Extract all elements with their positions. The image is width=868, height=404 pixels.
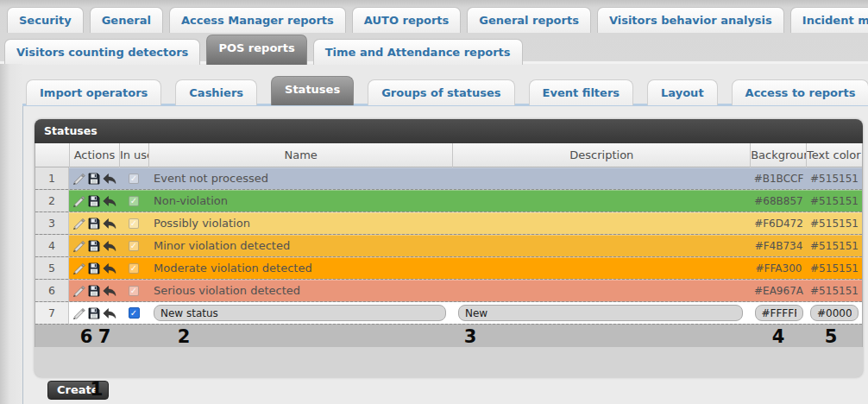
status-description	[453, 212, 751, 234]
undo-icon[interactable]	[102, 170, 117, 187]
col-header-in-use: In use	[120, 143, 149, 167]
status-name: Possibly violation	[148, 212, 453, 234]
edit-icon[interactable]	[71, 305, 86, 322]
save-icon[interactable]	[86, 170, 102, 187]
tab-access-manager-reports[interactable]: Access Manager reports	[169, 7, 346, 33]
col-header-text-color: Text color	[807, 143, 862, 167]
row-number: 3	[35, 212, 69, 234]
new-status-row: 7 ✓	[35, 302, 862, 325]
grid-empty-area	[35, 325, 862, 347]
tab-visitors-counting-detectors[interactable]: Visitors counting detectors	[4, 39, 200, 65]
pos-reports-subtabs: Import operators Cashiers Statuses Group…	[26, 76, 868, 105]
row-number: 6	[35, 280, 69, 301]
subtab-statuses[interactable]: Statuses	[271, 76, 354, 105]
actions-cell	[69, 302, 119, 324]
row-number: 4	[35, 235, 69, 256]
save-icon[interactable]	[86, 305, 102, 322]
status-description	[453, 257, 751, 279]
main-tabs-row-1: Security General Access Manager reports …	[7, 7, 868, 33]
undo-icon[interactable]	[102, 282, 117, 300]
edit-icon[interactable]	[71, 193, 86, 210]
col-header-background: Background	[751, 143, 807, 167]
actions-cell	[69, 235, 119, 256]
save-icon[interactable]	[86, 282, 102, 300]
subtab-layout[interactable]: Layout	[647, 79, 718, 105]
row-strip: ✓	[69, 302, 862, 324]
background-hex: #F4B734	[751, 235, 807, 256]
annotation-undo-icon: 7	[98, 326, 111, 347]
background-input[interactable]	[755, 305, 803, 321]
in-use-checkbox[interactable]: ✓	[129, 174, 139, 184]
statuses-table: Statuses Actions In use Name Description…	[35, 119, 863, 377]
background-hex: #F6D472	[751, 212, 807, 234]
edit-icon[interactable]	[71, 170, 86, 187]
row-strip: ✓ Moderate violation detected #FFA300 #5…	[69, 257, 862, 279]
text-color-hex: #515151	[807, 257, 862, 279]
text-color-hex: #515151	[807, 280, 862, 301]
row-number: 1	[35, 167, 69, 189]
in-use-checkbox[interactable]: ✓	[129, 307, 140, 319]
tab-auto-reports[interactable]: AUTO reports	[352, 7, 462, 33]
subtab-event-filters[interactable]: Event filters	[529, 79, 633, 105]
col-header-description: Description	[453, 143, 751, 167]
row-strip: ✓ Possibly violation #F6D472 #515151	[69, 212, 862, 234]
subtab-access-to-reports[interactable]: Access to reports	[732, 79, 868, 105]
status-name: Non-violation	[148, 190, 453, 211]
subtab-groups-of-statuses[interactable]: Groups of statuses	[368, 79, 514, 105]
tab-pos-reports[interactable]: POS reports	[206, 35, 306, 65]
in-use-checkbox[interactable]: ✓	[129, 286, 139, 296]
row-strip: ✓ Event not processed #B1BCCF #515151	[69, 167, 862, 189]
edit-icon[interactable]	[71, 237, 86, 255]
table-row: 5 ✓ Moderate violation detected #FFA300 …	[35, 257, 862, 280]
status-name: Moderate violation detected	[148, 257, 453, 279]
name-input[interactable]	[154, 305, 446, 321]
background-hex: #68B857	[751, 190, 807, 211]
status-description	[453, 190, 751, 211]
undo-icon[interactable]	[102, 305, 117, 322]
status-description	[453, 167, 751, 189]
text-color-hex: #515151	[807, 235, 862, 256]
annotation-save-icon: 6	[80, 326, 93, 347]
column-header-row: Actions In use Name Description Backgrou…	[35, 143, 862, 167]
text-color-hex: #515151	[807, 167, 862, 189]
text-color-input[interactable]	[810, 305, 859, 321]
row-number: 7	[35, 302, 69, 324]
tab-general-reports[interactable]: General reports	[467, 7, 591, 33]
undo-icon[interactable]	[102, 260, 117, 277]
undo-icon[interactable]	[102, 237, 117, 255]
table-row: 3 ✓ Possibly violation #F6D472 #515151	[35, 212, 862, 235]
tab-time-and-attendance-reports[interactable]: Time and Attendance reports	[313, 39, 523, 65]
background-hex: #B1BCCF	[751, 167, 807, 189]
save-icon[interactable]	[86, 260, 102, 277]
in-use-checkbox[interactable]: ✓	[129, 241, 139, 251]
actions-cell	[69, 257, 119, 279]
subtab-import-operators[interactable]: Import operators	[26, 79, 161, 105]
tab-visitors-behavior-analysis[interactable]: Visitors behavior analysis	[597, 7, 784, 33]
tab-general[interactable]: General	[90, 7, 163, 33]
undo-icon[interactable]	[102, 215, 117, 232]
table-row: 6 ✓ Serious violation detected #EA967A #…	[35, 280, 862, 302]
edit-icon[interactable]	[71, 215, 86, 232]
row-strip: ✓ Serious violation detected #EA967A #51…	[69, 280, 862, 301]
subtab-cashiers[interactable]: Cashiers	[175, 79, 257, 105]
save-icon[interactable]	[86, 237, 102, 255]
in-use-checkbox[interactable]: ✓	[129, 218, 139, 229]
annotation-background-input: 4	[772, 326, 785, 347]
window-left-edge	[0, 64, 22, 404]
in-use-checkbox[interactable]: ✓	[129, 196, 139, 206]
annotation-description-input: 3	[464, 326, 477, 347]
row-strip: ✓ Minor violation detected #F4B734 #5151…	[69, 235, 862, 256]
statuses-grid: Actions In use Name Description Backgrou…	[35, 143, 863, 347]
save-icon[interactable]	[86, 193, 102, 210]
edit-icon[interactable]	[71, 282, 86, 300]
undo-icon[interactable]	[102, 193, 117, 210]
actions-cell	[69, 167, 119, 189]
tab-security[interactable]: Security	[7, 7, 84, 33]
description-input[interactable]	[458, 305, 743, 321]
table-row: 2 ✓ Non-violation #68B857 #515151	[35, 190, 862, 212]
edit-icon[interactable]	[71, 260, 86, 277]
in-use-checkbox[interactable]: ✓	[129, 263, 139, 274]
tab-incident-manager[interactable]: Incident manager	[790, 7, 868, 33]
status-description	[453, 280, 751, 301]
save-icon[interactable]	[86, 215, 102, 232]
